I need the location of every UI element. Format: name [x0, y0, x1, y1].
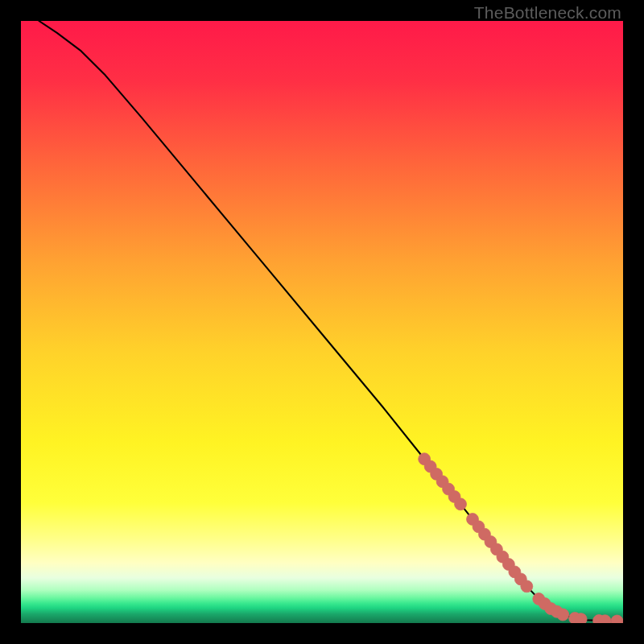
chart-svg [21, 21, 623, 623]
plot-area [21, 21, 623, 623]
marker-dot [611, 615, 623, 623]
marker-dot [575, 613, 587, 623]
marker-dot [521, 580, 533, 592]
chart-stage: TheBottleneck.com [0, 0, 644, 644]
marker-group [419, 453, 623, 623]
marker-dot [557, 609, 569, 621]
marker-dot [455, 498, 467, 510]
watermark-text: TheBottleneck.com [474, 3, 621, 23]
curve-line [39, 21, 623, 621]
